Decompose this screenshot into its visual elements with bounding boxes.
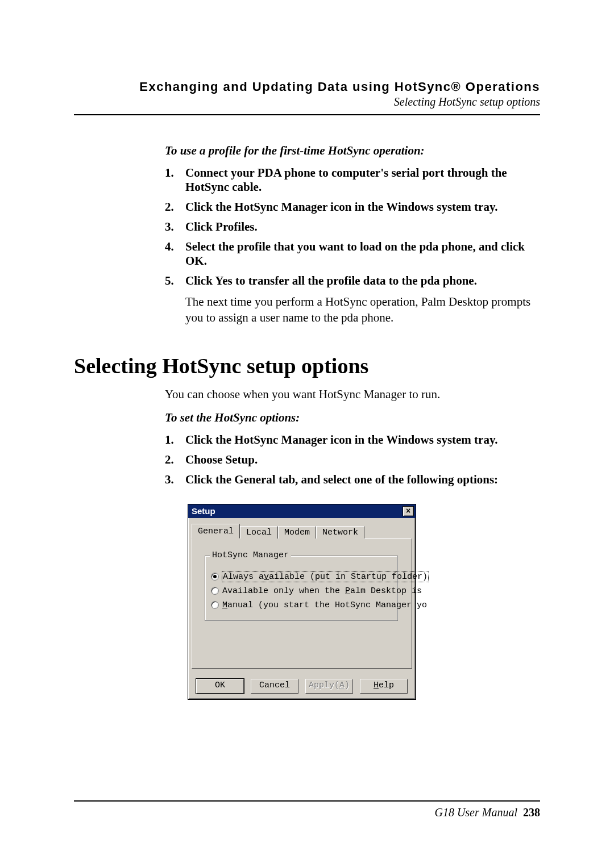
group-label: HotSync Manager [210,550,291,560]
ok-button[interactable]: OK [196,679,244,694]
step: 2. Click the HotSync Manager icon in the… [165,200,540,214]
step: 2. Choose Setup. [165,453,540,467]
dialog-title: Setup [192,506,215,516]
tab-strip: General Local Modem Network [192,524,412,539]
tab-network[interactable]: Network [316,526,364,539]
step-number: 2. [165,453,185,467]
dialog-button-row: OK Cancel Apply(A) Help [188,674,416,699]
header-rule [74,114,540,115]
chapter-subtitle: Selecting HotSync setup options [74,95,540,108]
step-number: 1. [165,433,185,447]
radio-icon[interactable] [211,601,219,609]
radio-icon[interactable] [211,573,219,581]
apply-button[interactable]: Apply(A) [305,679,353,694]
close-icon[interactable]: × [403,506,414,516]
step-text: Click the General tab, and select one of… [185,473,540,487]
step: 1. Click the HotSync Manager icon in the… [165,433,540,447]
radio-label: Always available (put in Startup folder) [223,572,428,582]
page-header: Exchanging and Updating Data using HotSy… [74,80,540,108]
tab-modem[interactable]: Modem [278,526,316,539]
radio-icon[interactable] [211,587,219,595]
page-number: 238 [523,806,540,819]
section-heading: Selecting HotSync setup options [74,353,540,378]
step: 3. Click Profiles. [165,220,540,234]
step-text: Click the HotSync Manager icon in the Wi… [185,200,540,214]
hotsync-manager-group: HotSync Manager Always available (put in… [205,556,398,621]
cancel-button[interactable]: Cancel [251,679,298,694]
step: 4. Select the profile that you want to l… [165,240,540,268]
tab-general[interactable]: General [192,524,240,539]
radio-label: Available only when the Palm Desktop is [222,586,422,596]
radio-label: Manual (you start the HotSync Manager yo [222,600,427,610]
step-text: Choose Setup. [185,453,540,467]
page-footer: G18 User Manual 238 [74,800,540,819]
step-text: Click Yes to transfer all the profile da… [185,274,540,288]
dialog-titlebar: Setup × [188,504,416,518]
step-number: 3. [165,220,185,234]
chapter-title: Exchanging and Updating Data using HotSy… [74,80,540,94]
procedure-title: To use a profile for the first-time HotS… [165,144,540,158]
followup-text: The next time you perform a HotSync oper… [185,294,540,326]
radio-palm-desktop[interactable]: Available only when the Palm Desktop is [211,586,396,596]
manual-name: G18 User Manual [434,806,517,819]
step-text: Select the profile that you want to load… [185,240,540,268]
setup-dialog-screenshot: Setup × General Local Modem Network HotS… [188,504,416,700]
help-button[interactable]: Help [360,679,408,694]
intro-text: You can choose when you want HotSync Man… [165,387,540,402]
step-number: 4. [165,240,185,268]
tab-panel: HotSync Manager Always available (put in… [192,538,412,669]
step-text: Click the HotSync Manager icon in the Wi… [185,433,540,447]
step: 1. Connect your PDA phone to computer's … [165,166,540,194]
radio-always-available[interactable]: Always available (put in Startup folder) [211,572,396,582]
step-number: 1. [165,166,185,194]
radio-manual[interactable]: Manual (you start the HotSync Manager yo [211,600,396,610]
step-text: Click Profiles. [185,220,540,234]
step-number: 5. [165,274,185,288]
step-number: 3. [165,473,185,487]
step: 5. Click Yes to transfer all the profile… [165,274,540,288]
procedure-title: To set the HotSync options: [165,411,540,425]
step-text: Connect your PDA phone to computer's ser… [185,166,540,194]
footer-rule [74,800,540,802]
step-number: 2. [165,200,185,214]
step: 3. Click the General tab, and select one… [165,473,540,487]
tab-local[interactable]: Local [240,526,278,539]
